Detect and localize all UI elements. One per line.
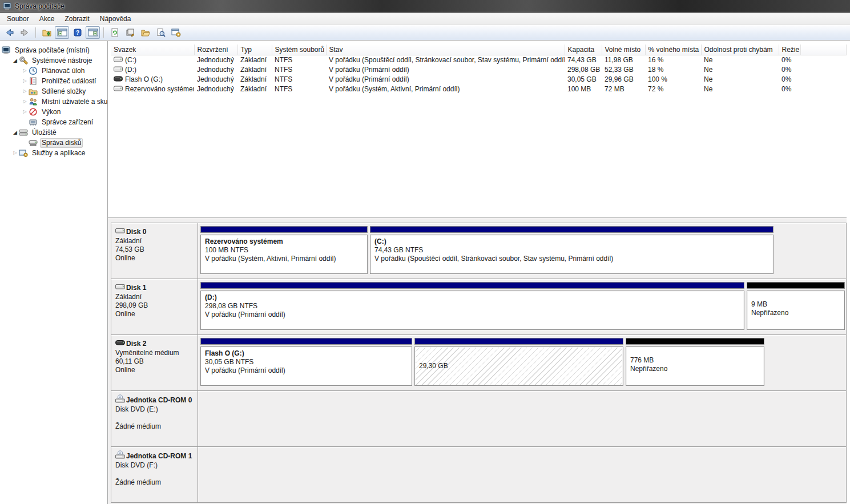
column-header-5[interactable]: Stav (326, 45, 565, 55)
column-header-2[interactable]: Rozvržení (194, 45, 237, 55)
forward-arrow-icon[interactable] (18, 26, 32, 39)
column-header-3[interactable]: Typ (237, 45, 272, 55)
column-header-filler (800, 45, 847, 55)
menu-soubor[interactable]: Soubor (2, 13, 34, 25)
sidebar-item-mistni-uzivatele[interactable]: ▷Místní uživatelé a skupiny (0, 96, 107, 107)
volume-list-pane: SvazekRozvrženíTypSystém souborůStavKapa… (108, 41, 847, 217)
properties-icon[interactable] (123, 26, 137, 39)
refresh-icon[interactable] (107, 26, 122, 39)
volume-row-flash-g[interactable]: Flash O (G:)JednoduchýZákladníNTFSV pořá… (111, 75, 847, 84)
partition-info-line: 9 MB (751, 300, 840, 309)
partition-body[interactable]: (D:)298,08 GB NTFSV pořádku (Primární od… (200, 291, 744, 330)
menu-napoveda[interactable]: Nápověda (95, 13, 136, 25)
disk-1-row: Disk 1Základní298,09 GBOnline(D:)298,08 … (111, 279, 846, 335)
sidebar-item-prohlizec-udalosti[interactable]: ▷Prohlížeč událostí (0, 76, 107, 86)
sidebar-item-planovac-uloh[interactable]: ▷Plánovač úloh (0, 66, 107, 76)
expander-collapsed-icon[interactable]: ▷ (11, 148, 19, 158)
window-title: Správa počítače (15, 2, 65, 10)
sidebar-item-vykon[interactable]: ▷Výkon (0, 107, 107, 117)
disk-name: Disk 1 (126, 283, 146, 292)
partition-c[interactable]: (C:)74,43 GB NTFSV pořádku (Spouštěcí od… (370, 226, 774, 274)
find-icon[interactable] (154, 26, 168, 39)
expander-collapsed-icon[interactable]: ▷ (21, 86, 29, 96)
sidebar-item-sprava-disku[interactable]: Správa disků (0, 138, 107, 148)
sidebar-item-sluzby-a-aplikace[interactable]: ▷Služby a aplikace (0, 148, 107, 158)
column-header-1[interactable]: Svazek (111, 45, 194, 55)
sidebar-item-sdilene-slozky[interactable]: ▷Sdílené složky (0, 86, 107, 96)
help-icon[interactable]: ? (70, 26, 84, 39)
partition-unallocated-776mb[interactable]: 776 MBNepřiřazeno (626, 338, 764, 386)
up-folder-icon[interactable] (39, 26, 54, 39)
disk-0-label[interactable]: Disk 0Základní74,53 GBOnline (111, 223, 198, 279)
volume-row-c[interactable]: (C:)JednoduchýZákladníNTFSV pořádku (Spo… (111, 55, 847, 65)
partition-body[interactable]: 29,30 GB (414, 346, 623, 386)
column-header-4[interactable]: Systém souborů (272, 45, 326, 55)
sidebar-item-label: Místní uživatelé a skupiny (40, 98, 107, 106)
partition-body[interactable]: 9 MBNepřiřazeno (747, 291, 845, 330)
clock-icon (29, 66, 38, 75)
partition-title: Rezervováno systémem (205, 237, 363, 246)
column-header-6[interactable]: Kapacita (565, 45, 602, 55)
expander-expanded-icon[interactable]: ◢ (11, 127, 19, 138)
disk-name: Disk 2 (126, 339, 146, 348)
drive-icon (114, 55, 123, 65)
sidebar-item-spravce-zarizeni[interactable]: Správce zařízení (0, 117, 107, 127)
partition-body[interactable]: 776 MBNepřiřazeno (626, 346, 764, 386)
menu-akce[interactable]: Akce (34, 13, 60, 25)
show-console-tree-icon[interactable] (55, 26, 69, 39)
partition-body[interactable]: (C:)74,43 GB NTFSV pořádku (Spouštěcí od… (370, 235, 774, 274)
disk-info-line: 74,53 GB (115, 245, 196, 254)
partition-title: (C:) (374, 237, 769, 246)
disk-info-line: Základní (115, 293, 196, 301)
cdrom-1-label[interactable]: Jednotka CD-ROM 1Disk DVD (F:)Žádné médi… (111, 447, 198, 502)
sidebar-item-systemove-nastroje[interactable]: ◢Systémové nástroje (0, 55, 107, 66)
diskmgmt-icon (29, 138, 38, 147)
sidebar-item-uloziste[interactable]: ◢Úložiště (0, 127, 107, 138)
shared-icon (29, 87, 38, 96)
disk-0-graph: Rezervováno systémem100 MB NTFSV pořádku… (198, 223, 846, 279)
partition-info-line: 30,05 GB NTFS (205, 358, 408, 366)
volume-cell: Jednoduchý (194, 84, 237, 94)
menu-bar: SouborAkceZobrazitNápověda (0, 13, 850, 25)
volume-row-system-reserved[interactable]: Rezervováno systémemJednoduchýZákladníNT… (111, 84, 847, 94)
disk-info-line: Disk DVD (E:) (115, 405, 196, 414)
column-header-10[interactable]: Režie (779, 45, 800, 55)
partition-body[interactable]: Flash O (G:)30,05 GB NTFSV pořádku (Prim… (200, 346, 412, 386)
column-header-7[interactable]: Volné místo (602, 45, 645, 55)
content-pane: SvazekRozvrženíTypSystém souborůStavKapa… (108, 41, 850, 504)
console-tree: Správa počítače (místní)◢Systémové nástr… (0, 41, 108, 504)
volume-cell: 0% (779, 55, 800, 65)
partition-unallocated-9mb[interactable]: 9 MBNepřiřazeno (747, 282, 845, 330)
disk-info-line (115, 414, 196, 422)
volume-name: (D:) (125, 66, 136, 74)
disk-2-label[interactable]: Disk 2Vyměnitelné médium60,11 GBOnline (111, 335, 198, 390)
cdrom-icon (115, 394, 125, 405)
disk-1-label[interactable]: Disk 1Základní298,09 GBOnline (111, 279, 198, 334)
cdrom-1-graph (198, 447, 846, 502)
column-header-9[interactable]: Odolnost proti chybám (701, 45, 779, 55)
expander-collapsed-icon[interactable]: ▷ (21, 96, 29, 107)
partition-d[interactable]: (D:)298,08 GB NTFSV pořádku (Primární od… (200, 282, 744, 330)
expander-collapsed-icon[interactable]: ▷ (21, 107, 29, 117)
sidebar-item-sprava-pocitace[interactable]: Správa počítače (místní) (0, 45, 107, 55)
open-folder-icon[interactable] (138, 26, 152, 39)
column-header-8[interactable]: % volného místa (645, 45, 701, 55)
partition-flash-g[interactable]: Flash O (G:)30,05 GB NTFSV pořádku (Prim… (200, 338, 412, 386)
volume-row-d[interactable]: (D:)JednoduchýZákladníNTFSV pořádku (Pri… (111, 65, 847, 75)
volume-cell: Jednoduchý (194, 55, 237, 65)
show-action-pane-icon[interactable] (86, 26, 100, 39)
expander-collapsed-icon[interactable]: ▷ (21, 66, 29, 76)
partition-body[interactable]: Rezervováno systémem100 MB NTFSV pořádku… (200, 235, 368, 274)
partition-free-29gb[interactable]: 29,30 GB (414, 338, 623, 386)
expander-expanded-icon[interactable]: ◢ (11, 55, 19, 66)
cdrom-0-label[interactable]: Jednotka CD-ROM 0Disk DVD (E:)Žádné médi… (111, 391, 198, 446)
console-options-icon[interactable] (169, 26, 183, 39)
expander-collapsed-icon[interactable]: ▷ (21, 76, 29, 86)
menu-zobrazit[interactable]: Zobrazit (59, 13, 94, 25)
volume-cell: 72 MB (602, 84, 645, 94)
disk-info-line (115, 470, 196, 478)
volume-name-cell: Rezervováno systémem (111, 84, 194, 94)
volume-cell: V pořádku (Spouštěcí oddíl, Stránkovací … (326, 55, 565, 65)
back-arrow-icon[interactable] (2, 26, 17, 39)
partition-system-reserved[interactable]: Rezervováno systémem100 MB NTFSV pořádku… (200, 226, 368, 274)
